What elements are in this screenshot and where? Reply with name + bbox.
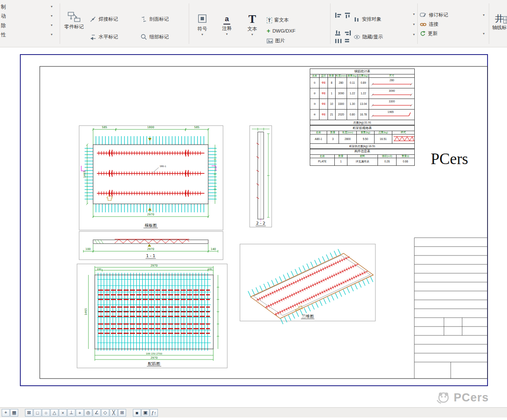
text-icon: T [248,14,256,25]
part-mark-button[interactable]: 零件标记 [62,10,86,30]
ribbon: 制▾ 动▾ 除▾ 性▾ 零件标记 焊接标记 水平标记 剖面标记 细部标记 符号 … [0,0,507,47]
bar-shape-diagram: 3090 [369,88,414,98]
level-mark-icon [90,34,96,40]
chevron-down-icon[interactable]: ▾ [51,33,52,36]
note-button[interactable]: a 注释 ▾ [218,14,236,36]
arrange-objects-button[interactable]: 安排对象 [354,16,381,22]
table-row: A80-13 28005.50 16.51 [310,134,415,143]
rebar-plan-view: 2970 190 140 1465 188 150 2700 2970 配筋图 [77,264,227,368]
arrange-bottom-icon[interactable] [334,30,342,36]
snap-geometry-lines-button[interactable]: □ [33,409,41,417]
snap-line-cross-button[interactable]: ╳ [110,409,118,417]
chevron-down-icon[interactable]: ▾ [51,14,52,18]
ribbon-properties-button[interactable]: 性▾ [0,30,57,39]
chevron-down-icon[interactable]: ▾ [201,33,203,36]
arrange-objects-icon [354,16,360,22]
section-cut-marker [148,208,152,211]
snap-reference-button[interactable]: ⊠ [25,409,33,417]
watermark: PCers [435,389,489,406]
section-cut-marker [148,244,151,247]
weld-mark-button[interactable]: 焊接标记 [90,16,118,22]
chevron-down-icon[interactable]: ▾ [51,5,52,8]
drawing-sheet: 380-1 585 [20,54,488,386]
link-icon [420,22,427,27]
level-mark-button[interactable]: 水平标记 [90,34,118,40]
snap-numeric-button[interactable]: ƒ↑ [150,409,158,417]
snap-extension-button[interactable]: + [76,409,84,417]
ribbon-copy-button[interactable]: 制▾ [0,3,57,11]
chevron-down-icon[interactable]: ▾ [251,33,253,36]
arrange-left-icon[interactable] [334,12,342,19]
update-button[interactable]: 更新 [420,30,438,37]
rebar-stats-table: 钢筋统计表 名称直径 数量长度(mm) 单重(kg)总重(kg) 尺寸 ①Φ8 … [310,69,415,125]
image-button[interactable]: 图片 [267,38,285,44]
snap-grid-points-button[interactable]: ⊞ [118,409,126,417]
symbol-button[interactable]: 符号 ▾ [193,14,212,36]
hide-show-label: 隐藏/显示 [362,34,383,40]
snap-midpoint-button[interactable]: ◇ [101,409,109,417]
arrange-top-icon[interactable] [344,12,352,19]
ribbon-separator [330,3,331,44]
bar-shape-diagram: 1965 [369,110,414,119]
level-mark-label: 水平标记 [99,34,118,40]
dwg-dxf-button[interactable]: + DWG/DXF [267,28,295,34]
chevron-down-icon[interactable]: ▾ [413,23,415,26]
snap-plane-button[interactable]: ■ [133,409,141,417]
ribbon-delete-button[interactable]: 除▾ [0,21,57,30]
truss-total: 桁架筋总重(kg):16.51 [310,143,415,148]
chevron-down-icon[interactable]: ▾ [413,13,415,16]
arrange-right-icon[interactable] [344,30,352,36]
tables-area: 钢筋统计表 名称直径 数量长度(mm) 单重(kg)总重(kg) 尺寸 ①Φ8 … [310,69,414,166]
chevron-down-icon[interactable]: ▾ [226,33,228,36]
arrange-stack-icon[interactable] [344,38,352,44]
member-info-table: 构件信息表 名称数量 材料体积(m3) 重量(t) PLATE1 详见属性表0.… [310,149,415,166]
plan-view-label: 模板图 [145,223,157,228]
chevron-down-icon[interactable]: ▾ [51,24,52,27]
snap-depth-button[interactable]: ▣ [141,409,149,417]
ribbon-delete-label: 除 [1,22,6,28]
snap-nearest-point-button[interactable]: ○ [42,409,50,417]
ribbon-separator [489,3,489,44]
snap-grid-button[interactable]: ▦ [10,409,18,417]
detail-mark-label: 细部标记 [149,34,169,40]
section-1-1-view: 100 2970 140 1 - 1 [79,231,223,260]
table-row: ③Φ8 103300 1.3013.04 3300 [310,99,415,109]
axis-extra-icon[interactable] [503,16,507,25]
hide-show-button[interactable]: 隐藏/显示 [354,34,383,40]
chevron-down-icon[interactable]: ▾ [413,33,415,36]
ribbon-copy-label: 制 [1,4,6,10]
snap-angle-button[interactable]: ∠ [93,409,101,417]
sheet-linework: 380-1 585 [21,55,489,387]
svg-text:1800: 1800 [147,126,154,129]
text-button[interactable]: T 文本 ▾ [243,14,262,36]
drawing-canvas[interactable]: 380-1 585 [0,47,507,407]
svg-text:585: 585 [102,126,107,129]
table-row: PLATE1 详见属性表0.26 0.66 [310,158,415,165]
revision-mark-button[interactable]: 修订标记 [420,12,448,18]
arrange-distribute-icon[interactable] [334,38,342,44]
window-text-label: 窗文本 [274,17,289,23]
window-text-button[interactable]: T 窗文本 [267,17,289,23]
detail-mark-button[interactable]: 细部标记 [141,34,169,40]
chevron-down-icon[interactable]: ▾ [483,14,485,17]
snap-cursor-button[interactable]: ⌖ [2,409,10,417]
part-mark-icon [67,10,81,23]
panda-logo-icon [435,389,452,406]
link-button[interactable]: 连接 [420,21,438,27]
chevron-down-icon[interactable]: ▾ [483,32,485,36]
snap-toolbar: ⌖▦ ⊠□○△×⊥+◎∠◇╳⊞ ■▣ƒ↑ [0,407,507,417]
snap-center-button[interactable]: ◎ [84,409,92,417]
snap-intersection-button[interactable]: × [59,409,67,417]
section-mark-button[interactable]: 剖面标记 [141,16,169,22]
weld-mark-icon [90,16,96,22]
pcers-logo: PCers [422,150,477,168]
snap-group-1: ⌖▦ [2,409,18,417]
update-label: 更新 [428,30,438,37]
ribbon-move-button[interactable]: 动▾ [0,12,57,20]
snap-any-point-button[interactable]: △ [50,409,58,417]
title-block [414,238,488,379]
axis-grid-icon: 井 [495,14,504,24]
svg-text:100: 100 [85,247,91,251]
part-tag: 380-1 [160,165,166,167]
snap-perpendicular-button[interactable]: ⊥ [67,409,75,417]
